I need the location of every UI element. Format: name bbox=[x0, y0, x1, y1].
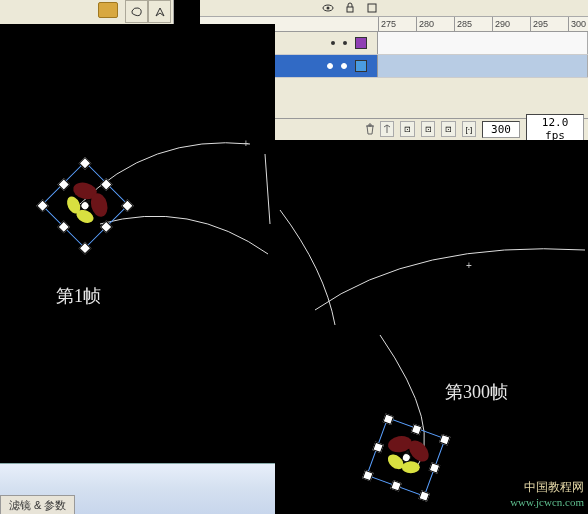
center-frame-button[interactable] bbox=[380, 121, 394, 137]
watermark: 中国教程网 www.jcwcn.com bbox=[510, 480, 584, 510]
modify-onion-button[interactable]: [·] bbox=[462, 121, 476, 137]
ruler-tick: 275 bbox=[378, 17, 416, 31]
filter-tab[interactable]: 滤镜 & 参数 bbox=[0, 495, 75, 514]
stage-left[interactable]: + 第1帧 bbox=[0, 24, 275, 514]
lock-dot[interactable] bbox=[343, 41, 347, 45]
frame-label-left: 第1帧 bbox=[56, 284, 101, 308]
registration-cross-icon: + bbox=[243, 139, 249, 149]
watermark-title: 中国教程网 bbox=[510, 480, 584, 495]
resize-handle[interactable] bbox=[362, 470, 374, 482]
svg-point-1 bbox=[327, 7, 330, 10]
delete-layer-button[interactable] bbox=[363, 122, 377, 136]
timeline-header bbox=[200, 0, 588, 17]
ruler-tick: 290 bbox=[492, 17, 530, 31]
motion-path bbox=[0, 24, 275, 424]
onion-skin-button[interactable]: ⊡ bbox=[400, 121, 414, 137]
eye-icon[interactable] bbox=[322, 2, 334, 14]
resize-handle[interactable] bbox=[418, 490, 430, 502]
folder-icon[interactable] bbox=[98, 2, 118, 18]
timeline-footer: ⊡ ⊡ ⊡ [·] 300 12.0 fps bbox=[376, 118, 588, 139]
app-toolbar-strip bbox=[0, 0, 125, 25]
ruler-tick: 280 bbox=[416, 17, 454, 31]
ruler-tick: 295 bbox=[530, 17, 568, 31]
selection-box[interactable] bbox=[366, 417, 445, 496]
edit-multiple-button[interactable]: ⊡ bbox=[441, 121, 455, 137]
visibility-dot[interactable] bbox=[327, 63, 333, 69]
ruler-tick: 285 bbox=[454, 17, 492, 31]
ruler-tick: 300 bbox=[568, 17, 588, 31]
outline-icon[interactable] bbox=[366, 2, 378, 14]
watermark-url: www.jcwcn.com bbox=[510, 495, 584, 510]
pen-tool[interactable] bbox=[148, 0, 171, 23]
lock-dot[interactable] bbox=[341, 63, 347, 69]
onion-outline-button[interactable]: ⊡ bbox=[421, 121, 435, 137]
frames-track[interactable] bbox=[378, 32, 588, 54]
current-frame-field[interactable]: 300 bbox=[482, 121, 520, 138]
frame-label-right: 第300帧 bbox=[445, 380, 508, 404]
visibility-dot[interactable] bbox=[331, 41, 335, 45]
layer-color-swatch[interactable] bbox=[355, 37, 367, 49]
layer-color-swatch[interactable] bbox=[355, 60, 367, 72]
lock-icon[interactable] bbox=[344, 2, 356, 14]
properties-panel: 滤镜 & 参数 bbox=[0, 463, 275, 514]
selection-box[interactable] bbox=[41, 161, 129, 249]
lasso-tool[interactable] bbox=[125, 0, 148, 23]
svg-rect-2 bbox=[347, 7, 353, 12]
frames-track[interactable] bbox=[378, 55, 588, 77]
svg-rect-3 bbox=[368, 4, 376, 12]
stage-right[interactable]: + 第300帧 bbox=[275, 140, 588, 514]
svg-point-13 bbox=[387, 434, 413, 454]
registration-cross-icon: + bbox=[466, 261, 472, 271]
resize-handle[interactable] bbox=[390, 480, 402, 492]
